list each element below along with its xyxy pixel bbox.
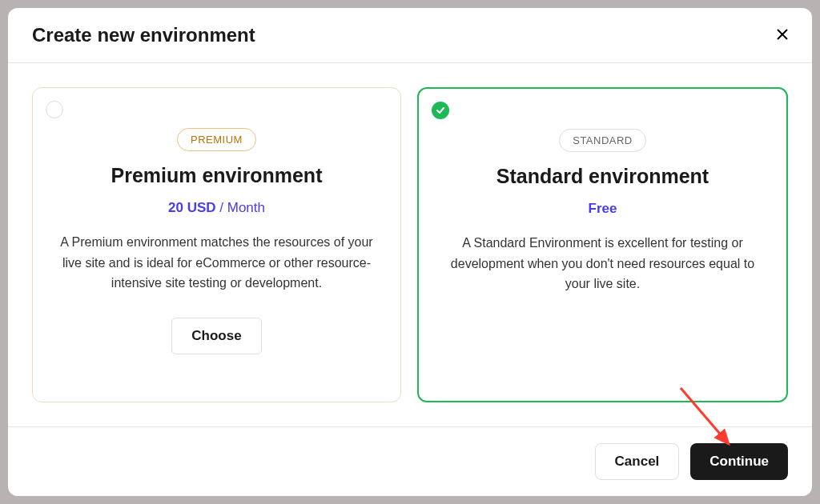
standard-badge: STANDARD (559, 129, 646, 152)
continue-button[interactable]: Continue (690, 443, 788, 480)
premium-badge: PREMIUM (177, 128, 256, 151)
modal-title: Create new environment (32, 24, 255, 46)
premium-plan-description: A Premium environment matches the resour… (49, 232, 384, 294)
standard-plan-price: Free (435, 201, 770, 217)
premium-plan-title: Premium environment (49, 164, 384, 187)
premium-price-amount: 20 USD (168, 200, 216, 215)
modal-body: PREMIUM Premium environment 20 USD / Mon… (8, 63, 812, 426)
premium-price-period: / Month (216, 200, 265, 215)
radio-unchecked-icon[interactable] (46, 101, 63, 118)
standard-plan-title: Standard environment (435, 165, 770, 188)
modal-header: Create new environment (8, 8, 812, 63)
close-icon[interactable] (777, 27, 788, 44)
modal-footer: Cancel Continue (8, 426, 812, 496)
create-environment-modal: Create new environment PREMIUM Premium e… (8, 8, 812, 496)
standard-plan-description: A Standard Environment is excellent for … (435, 233, 770, 294)
choose-premium-button[interactable]: Choose (171, 318, 261, 354)
standard-price-amount: Free (589, 201, 617, 216)
cancel-button[interactable]: Cancel (595, 443, 680, 480)
plan-card-premium[interactable]: PREMIUM Premium environment 20 USD / Mon… (32, 87, 401, 402)
premium-plan-price: 20 USD / Month (49, 200, 384, 216)
radio-checked-icon[interactable] (432, 102, 449, 119)
plan-card-standard[interactable]: STANDARD Standard environment Free A Sta… (417, 87, 788, 402)
